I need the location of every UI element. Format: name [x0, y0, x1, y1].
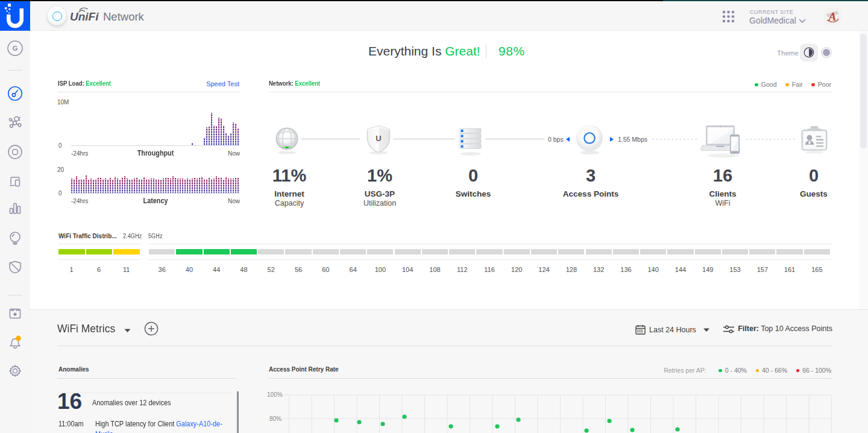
svg-text:U: U [376, 134, 381, 143]
svg-text:G: G [13, 45, 18, 52]
svg-text:Network: Network [103, 10, 145, 23]
svg-text:UniFi: UniFi [70, 10, 99, 23]
